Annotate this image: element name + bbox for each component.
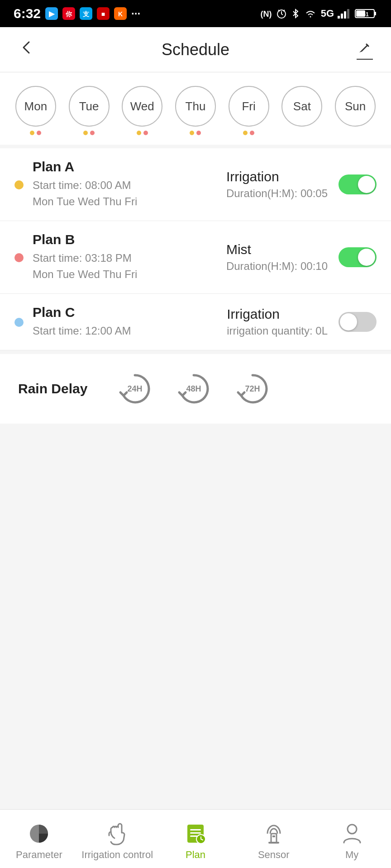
header: Schedule: [0, 27, 391, 72]
plan-duration-a: Duration(H:M): 00:05: [226, 187, 328, 200]
back-button[interactable]: [18, 39, 34, 60]
status-left: 6:32 ▶ 你 支 ■ K ···: [14, 6, 140, 21]
plan-right-b: Mist Duration(H:M): 00:10: [226, 242, 328, 273]
plan-type-c: Irrigation: [227, 307, 280, 322]
plan-row-b[interactable]: Plan B Start time: 03:18 PM Mon Tue Wed …: [0, 221, 391, 294]
svg-rect-17: [341, 14, 343, 19]
dot-yellow-mon: [30, 131, 34, 135]
rain-delay-48h[interactable]: 48H: [173, 368, 214, 409]
day-fri[interactable]: Fri: [229, 86, 269, 136]
nav-label-irrigation: Irrigation control: [81, 849, 153, 861]
plan-name-a: Plan A: [33, 159, 226, 175]
dot-yellow-wed: [137, 131, 141, 135]
nav-item-parameter[interactable]: Parameter: [0, 817, 78, 861]
page-title: Schedule: [162, 40, 229, 59]
plan-dot-a: [14, 180, 24, 189]
svg-text:(N): (N): [260, 9, 272, 19]
svg-text:▶: ▶: [49, 10, 55, 18]
nav-item-my[interactable]: My: [313, 817, 391, 861]
day-circle-sat[interactable]: Sat: [281, 86, 322, 127]
svg-rect-35: [271, 834, 277, 843]
svg-text:51: 51: [362, 11, 369, 18]
day-sat[interactable]: Sat: [281, 86, 322, 136]
plan-row-c[interactable]: Plan C Start time: 12:00 AM Irrigation i…: [0, 294, 391, 350]
toggle-knob-c: [340, 313, 357, 330]
day-sun[interactable]: Sun: [335, 86, 376, 136]
dot-pink-fri: [250, 131, 254, 135]
day-circle-sun[interactable]: Sun: [335, 86, 376, 127]
user-icon: [340, 822, 364, 845]
nav-item-sensor[interactable]: Sensor: [234, 817, 313, 861]
plan-dot-b: [14, 253, 24, 262]
dot-pink-thu: [196, 131, 201, 135]
svg-text:72H: 72H: [245, 384, 260, 393]
plan-name-c: Plan C: [33, 305, 227, 320]
plans-section: Plan A Start time: 08:00 AM Mon Tue Wed …: [0, 148, 391, 350]
day-dots-fri: [243, 130, 254, 136]
hand-icon: [105, 822, 129, 845]
toggle-a[interactable]: [339, 175, 377, 194]
edit-button[interactable]: [357, 40, 373, 60]
sensor-icon: [262, 822, 286, 845]
plan-left-a: Plan A Start time: 08:00 AM Mon Tue Wed …: [33, 159, 226, 210]
day-circle-tue[interactable]: Tue: [69, 86, 110, 127]
signal-icon: [338, 8, 351, 19]
plan-icon: [184, 822, 207, 845]
toggle-c[interactable]: [339, 312, 377, 332]
dot-pink-tue: [90, 131, 95, 135]
day-thu[interactable]: Thu: [175, 86, 216, 136]
dot-pink-wed: [143, 131, 148, 135]
day-circle-thu[interactable]: Thu: [175, 86, 216, 127]
svg-rect-19: [347, 9, 349, 19]
plan-starttime-b: Start time: 03:18 PM: [33, 250, 226, 266]
nav-label-plan: Plan: [186, 849, 205, 861]
day-circle-wed[interactable]: Wed: [122, 86, 162, 127]
rain-delay-label: Rain Delay: [18, 381, 87, 396]
svg-rect-36: [272, 835, 275, 837]
app-icon-2: 支: [80, 7, 92, 20]
svg-text:■: ■: [101, 10, 105, 18]
status-right: (N) 5G 51: [260, 8, 377, 19]
plan-type-a: Irrigation: [226, 169, 279, 184]
nav-label-sensor: Sensor: [258, 849, 290, 861]
nav-item-plan[interactable]: Plan: [157, 817, 235, 861]
toggle-b[interactable]: [339, 247, 377, 267]
day-circle-mon[interactable]: Mon: [15, 86, 56, 127]
plan-duration-c: irrigation quantity: 0L: [227, 325, 328, 337]
nav-item-irrigation[interactable]: Irrigation control: [78, 817, 157, 861]
svg-rect-37: [268, 842, 279, 844]
pie-icon: [27, 822, 51, 845]
rain-delay-72h[interactable]: 72H: [232, 368, 273, 409]
svg-rect-16: [338, 16, 340, 19]
svg-rect-30: [190, 832, 201, 834]
day-dots-wed: [137, 130, 148, 136]
dot-yellow-thu: [190, 131, 194, 135]
svg-rect-29: [190, 829, 201, 830]
plan-type-b: Mist: [226, 242, 251, 257]
svg-line-13: [281, 14, 283, 15]
app-icon-1: 你: [62, 7, 75, 20]
dot-yellow-fri: [243, 131, 248, 135]
wifi-icon: [304, 8, 317, 19]
day-dots-tue: [83, 130, 95, 136]
svg-point-38: [348, 825, 357, 834]
day-mon[interactable]: Mon: [15, 86, 56, 136]
plan-dot-c: [14, 318, 24, 327]
day-circle-fri[interactable]: Fri: [229, 86, 269, 127]
svg-rect-18: [344, 11, 346, 19]
nfc-icon: (N): [260, 8, 272, 19]
battery-icon: 51: [355, 8, 377, 19]
app-icon-3: ■: [97, 7, 110, 20]
day-wed[interactable]: Wed: [122, 86, 162, 136]
nav-label-my: My: [345, 849, 358, 861]
svg-rect-31: [190, 835, 197, 837]
plan-starttime-c: Start time: 12:00 AM: [33, 323, 227, 339]
edit-underline: [357, 59, 373, 60]
svg-text:支: 支: [82, 10, 90, 18]
day-tue[interactable]: Tue: [69, 86, 110, 136]
plan-row-a[interactable]: Plan A Start time: 08:00 AM Mon Tue Wed …: [0, 148, 391, 221]
svg-text:K: K: [118, 10, 123, 18]
dot-yellow-tue: [83, 131, 88, 135]
rain-delay-24h[interactable]: 24H: [114, 368, 155, 409]
plan-days-b: Mon Tue Wed Thu Fri: [33, 266, 226, 283]
